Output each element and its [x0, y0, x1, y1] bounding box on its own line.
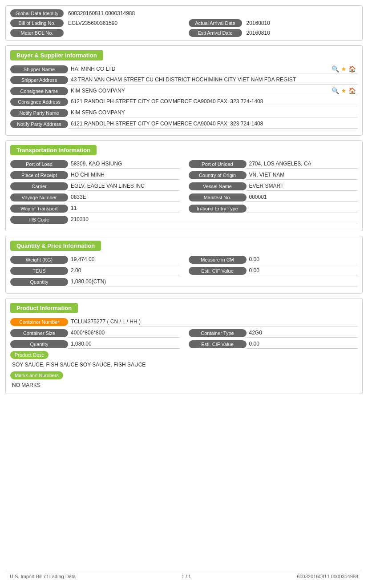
product-header: Product Information [10, 303, 78, 313]
voyage-value: 0833E [68, 193, 180, 202]
product-desc-text: SOY SAUCE, FISH SAUCE SOY SAUCE, FISH SA… [10, 361, 358, 369]
transport-way-pair: Way of Transport 11 [10, 204, 180, 213]
container-size-pair: Container Size 4000*806*800 [10, 329, 180, 338]
transportation-section: Transportation Information Port of Load … [5, 140, 363, 231]
receipt-label: Place of Receipt [10, 171, 68, 179]
inbond-pair: In-bond Entry Type [189, 204, 358, 213]
shipper-icons: 🔍 ★ 🏠 [330, 65, 358, 72]
container-number-row: Container Number TCLU4375277 ( CN / L / … [10, 318, 358, 326]
consignee-name-wrap: KIM SENG COMPANY 🔍 ★ 🏠 [68, 87, 358, 95]
main-page: Global Data Identity 600320160811 000031… [0, 0, 368, 588]
vessel-pair: Vessel Name EVER SMART [189, 182, 358, 191]
global-data-row: Global Data Identity 600320160811 000031… [10, 9, 358, 17]
shipper-search-icon[interactable]: 🔍 [332, 65, 339, 72]
product-desc-label: Product Desc [10, 351, 49, 359]
actual-arrival-label: Actual Arrival Date [189, 19, 242, 27]
qp-quantity-row: Quantity 1,080.00(CTN) [10, 278, 358, 286]
quantity-price-section: Quantity & Price Information Weight (KG)… [5, 236, 363, 294]
notify-address-row: Notify Party Address 6121 RANDOLPH STREE… [10, 120, 358, 129]
teus-value: 2.00 [68, 266, 180, 275]
notify-address-label: Notify Party Address [10, 120, 68, 128]
port-unload-label: Port of Unload [189, 160, 247, 168]
carrier-vessel-row: Carrier EGLV, EAGLE VAN LINES INC Vessel… [10, 182, 358, 191]
container-type-pair: Container Type 42G0 [189, 329, 358, 338]
master-bol-pair: Mater BOL No. [10, 29, 180, 37]
esti-arrival-value: 20160810 [242, 30, 270, 36]
buyer-supplier-header: Buyer & Supplier Information [10, 50, 103, 60]
actual-arrival-pair: Actual Arrival Date 20160810 [189, 19, 358, 27]
esti-cif-label: Esti. CIF Value [189, 267, 247, 275]
product-qty-label: Quantity [10, 340, 68, 348]
voyage-pair: Voyage Number 0833E [10, 193, 180, 202]
transportation-header: Transportation Information [10, 145, 97, 155]
qp-quantity-label: Quantity [10, 278, 68, 286]
notify-address-value: 6121 RANDOLPH STREET CITY OF COMMERCE CA… [68, 120, 358, 129]
consignee-address-row: Consignee Address 6121 RANDOLPH STREET C… [10, 97, 358, 106]
receipt-pair: Place of Receipt HO CHI MINH [10, 171, 180, 180]
qp-quantity-value: 1,080.00(CTN) [68, 278, 358, 286]
identity-block: Global Data Identity 600320160811 000031… [5, 5, 363, 41]
teus-label: TEUS [10, 267, 68, 275]
shipper-home-icon[interactable]: 🏠 [348, 65, 356, 72]
weight-measure-row: Weight (KG) 19,474.00 Measure in CM 0.00 [10, 255, 358, 264]
origin-pair: Country of Origin VN, VIET NAM [189, 171, 358, 180]
vessel-value: EVER SMART [247, 182, 358, 191]
master-bol-row: Mater BOL No. Esti Arrival Date 20160810 [10, 29, 358, 37]
bol-pair: Bill of Lading No. EGLV235600361590 [10, 19, 180, 27]
footer-right: 600320160811 0000314988 [297, 574, 358, 579]
transport-way-value: 11 [68, 204, 180, 213]
voyage-label: Voyage Number [10, 193, 68, 201]
marks-value: NO MARKS [10, 381, 358, 389]
shipper-name-wrap: HAI MINH CO LTD 🔍 ★ 🏠 [68, 65, 358, 73]
container-type-label: Container Type [189, 329, 247, 337]
transport-inbond-row: Way of Transport 11 In-bond Entry Type [10, 204, 358, 213]
shipper-name-row: Shipper Name HAI MINH CO LTD 🔍 ★ 🏠 [10, 65, 358, 73]
consignee-address-label: Consignee Address [10, 98, 68, 106]
origin-label: Country of Origin [189, 171, 247, 179]
container-type-value: 42G0 [247, 329, 358, 338]
voyage-manifest-row: Voyage Number 0833E Manifest No. 000001 [10, 193, 358, 202]
weight-label: Weight (KG) [10, 256, 68, 264]
marks-section: Marks and Numbers NO MARKS [10, 371, 358, 389]
product-cif-pair: Esti. CIF Value 0.00 [189, 340, 358, 349]
hs-code-value: 210310 [68, 215, 358, 224]
inbond-value [247, 204, 358, 213]
marks-label: Marks and Numbers [10, 371, 63, 379]
shipper-name-label: Shipper Name [10, 65, 68, 73]
manifest-label: Manifest No. [189, 193, 247, 201]
shipper-address-label: Shipper Address [10, 76, 68, 84]
bol-label: Bill of Lading No. [10, 19, 64, 27]
measure-pair: Measure in CM 0.00 [189, 255, 358, 264]
port-load-value: 58309, KAO HSIUNG [68, 160, 180, 169]
manifest-pair: Manifest No. 000001 [189, 193, 358, 202]
esti-arrival-pair: Esti Arrival Date 20160810 [189, 29, 358, 37]
consignee-search-icon[interactable]: 🔍 [332, 87, 339, 94]
shipper-address-value: 43 TRAN VAN CHAM STREET CU CHI DISTRICT … [68, 76, 358, 85]
consignee-address-value: 6121 RANDOLPH STREET CITY OF COMMERCE CA… [68, 97, 358, 106]
manifest-value: 000001 [247, 193, 358, 202]
vessel-label: Vessel Name [189, 182, 247, 190]
footer-center: 1 / 1 [182, 574, 191, 579]
port-unload-value: 2704, LOS ANGELES, CA [247, 160, 358, 169]
consignee-home-icon[interactable]: 🏠 [348, 87, 356, 94]
product-cif-label: Esti. CIF Value [189, 340, 247, 348]
consignee-star-icon[interactable]: ★ [341, 87, 347, 94]
teus-cif-row: TEUS 2.00 Esti. CIF Value 0.00 [10, 266, 358, 275]
receipt-origin-row: Place of Receipt HO CHI MINH Country of … [10, 171, 358, 180]
product-cif-value: 0.00 [247, 340, 358, 349]
bol-value: EGLV235600361590 [64, 20, 117, 26]
container-size-value: 4000*806*800 [68, 329, 180, 338]
carrier-label: Carrier [10, 182, 68, 190]
product-qty-cif-row: Quantity 1,080.00 Esti. CIF Value 0.00 [10, 340, 358, 349]
global-data-value: 600320160811 0000314988 [64, 10, 135, 16]
global-data-pair: Global Data Identity 600320160811 000031… [10, 9, 358, 17]
measure-label: Measure in CM [189, 256, 247, 264]
esti-cif-value: 0.00 [247, 266, 358, 275]
notify-name-label: Notify Party Name [10, 109, 68, 117]
hs-code-row: HS Code 210310 [10, 215, 358, 224]
origin-value: VN, VIET NAM [247, 171, 358, 180]
transport-way-label: Way of Transport [10, 205, 68, 213]
port-unload-pair: Port of Unload 2704, LOS ANGELES, CA [189, 160, 358, 169]
consignee-name-value: KIM SENG COMPANY [68, 87, 330, 95]
shipper-star-icon[interactable]: ★ [341, 65, 347, 72]
